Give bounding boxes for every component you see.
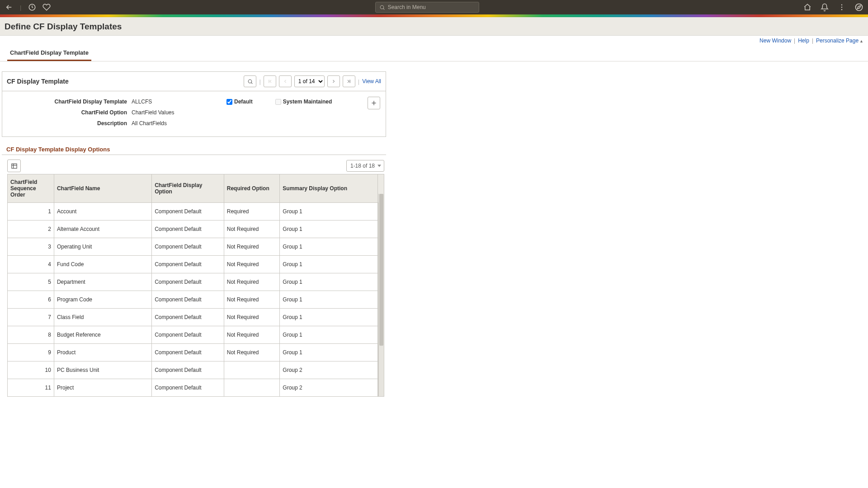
tab-chartfield-display-template[interactable]: ChartField Display Template [7, 46, 91, 61]
search-icon [379, 5, 385, 10]
cell-name: PC Business Unit [54, 361, 151, 379]
cell-order: 6 [8, 291, 54, 309]
cell-order: 10 [8, 361, 54, 379]
next-button[interactable] [327, 75, 340, 87]
table-header-row: ChartField Sequence Order ChartField Nam… [8, 174, 384, 203]
table-row: 3Operating UnitComponent DefaultNot Requ… [8, 238, 384, 256]
search-box[interactable] [375, 2, 479, 13]
col-sum[interactable]: Summary Display Option [280, 174, 377, 203]
first-button[interactable] [264, 75, 276, 87]
cell-order: 3 [8, 238, 54, 256]
navbar-icon[interactable] [854, 3, 863, 12]
cell-sum: Group 1 [280, 309, 377, 326]
view-all-link[interactable]: View All [362, 78, 381, 84]
cell-disp: Component Default [152, 291, 224, 309]
option-label: ChartField Option [9, 109, 127, 116]
cell-name: Budget Reference [54, 326, 151, 344]
notifications-icon[interactable] [820, 3, 829, 12]
find-button[interactable] [244, 75, 256, 87]
cell-disp: Component Default [152, 273, 224, 291]
svg-rect-7 [11, 164, 16, 168]
cell-name: Project [54, 379, 151, 397]
col-order[interactable]: ChartField Sequence Order [8, 174, 54, 203]
scrollbar-thumb[interactable] [379, 194, 383, 346]
col-name[interactable]: ChartField Name [54, 174, 151, 203]
table-row: 7Class FieldComponent DefaultNot Require… [8, 309, 384, 326]
recent-icon[interactable] [28, 3, 37, 12]
separator: | [19, 4, 22, 11]
cell-name: Program Code [54, 291, 151, 309]
col-disp[interactable]: ChartField Display Option [152, 174, 224, 203]
cell-sum: Group 2 [280, 379, 377, 397]
cell-name: Operating Unit [54, 238, 151, 256]
help-link[interactable]: Help [798, 38, 809, 44]
cell-order: 9 [8, 344, 54, 361]
cell-order: 7 [8, 309, 54, 326]
last-button[interactable] [343, 75, 355, 87]
favorite-icon[interactable] [42, 3, 51, 12]
actions-icon[interactable] [837, 3, 846, 12]
pager: | 1 of 14 | View All [244, 75, 381, 87]
prev-button[interactable] [279, 75, 292, 87]
cell-sum: Group 1 [280, 326, 377, 344]
template-label: ChartField Display Template [9, 99, 127, 105]
svg-point-3 [841, 7, 842, 8]
help-links: New Window | Help | Personalize Page▲ [0, 36, 868, 44]
caret-up-icon: ▲ [859, 39, 863, 43]
cell-req: Not Required [224, 344, 280, 361]
cell-req: Not Required [224, 221, 280, 238]
system-maintained-checkbox [275, 99, 281, 105]
svg-point-4 [841, 9, 842, 10]
cell-disp: Component Default [152, 221, 224, 238]
cell-name: Fund Code [54, 256, 151, 273]
cell-order: 11 [8, 379, 54, 397]
grid-range-select[interactable]: 1-18 of 18 [346, 160, 384, 172]
grid-personalize-button[interactable] [7, 160, 21, 172]
col-req[interactable]: Required Option [224, 174, 280, 203]
template-value: ALLCFS [132, 99, 222, 105]
table-row: 6Program CodeComponent DefaultNot Requir… [8, 291, 384, 309]
cell-sum: Group 2 [280, 361, 377, 379]
cell-req: Not Required [224, 326, 280, 344]
home-icon[interactable] [803, 3, 812, 12]
table-row: 8Budget ReferenceComponent DefaultNot Re… [8, 326, 384, 344]
cell-name: Account [54, 203, 151, 221]
svg-point-6 [248, 80, 252, 83]
page-title: Define CF Display Templates [0, 17, 868, 36]
cell-disp: Component Default [152, 203, 224, 221]
table-row: 10PC Business UnitComponent DefaultGroup… [8, 361, 384, 379]
cell-order: 4 [8, 256, 54, 273]
data-table: ChartField Sequence Order ChartField Nam… [7, 174, 384, 397]
cell-disp: Component Default [152, 238, 224, 256]
table-row: 4Fund CodeComponent DefaultNot RequiredG… [8, 256, 384, 273]
cell-disp: Component Default [152, 256, 224, 273]
cell-name: Alternate Account [54, 221, 151, 238]
cell-order: 1 [8, 203, 54, 221]
cell-req: Required [224, 203, 280, 221]
description-label: Description [9, 120, 127, 127]
cell-sum: Group 1 [280, 203, 377, 221]
cell-req: Not Required [224, 291, 280, 309]
table-row: 11ProjectComponent DefaultGroup 2 [8, 379, 384, 397]
svg-point-2 [841, 5, 842, 5]
default-checkbox[interactable] [226, 99, 232, 105]
table-scrollbar[interactable] [378, 194, 384, 396]
cell-name: Class Field [54, 309, 151, 326]
cell-order: 5 [8, 273, 54, 291]
display-options-heading: CF Display Template Display Options [2, 137, 386, 155]
personalize-link[interactable]: Personalize Page▲ [816, 38, 863, 44]
pager-select[interactable]: 1 of 14 [294, 75, 325, 87]
new-window-link[interactable]: New Window [760, 38, 791, 44]
add-row-button[interactable] [368, 97, 380, 109]
tab-row: ChartField Display Template [0, 46, 868, 61]
table-row: 2Alternate AccountComponent DefaultNot R… [8, 221, 384, 238]
svg-point-1 [380, 5, 384, 9]
svg-point-5 [856, 4, 863, 11]
section-title: CF Display Template [7, 78, 69, 85]
cell-req: Not Required [224, 256, 280, 273]
cell-disp: Component Default [152, 326, 224, 344]
search-input[interactable] [388, 4, 475, 10]
cell-sum: Group 1 [280, 291, 377, 309]
cell-name: Product [54, 344, 151, 361]
back-icon[interactable] [5, 3, 14, 12]
